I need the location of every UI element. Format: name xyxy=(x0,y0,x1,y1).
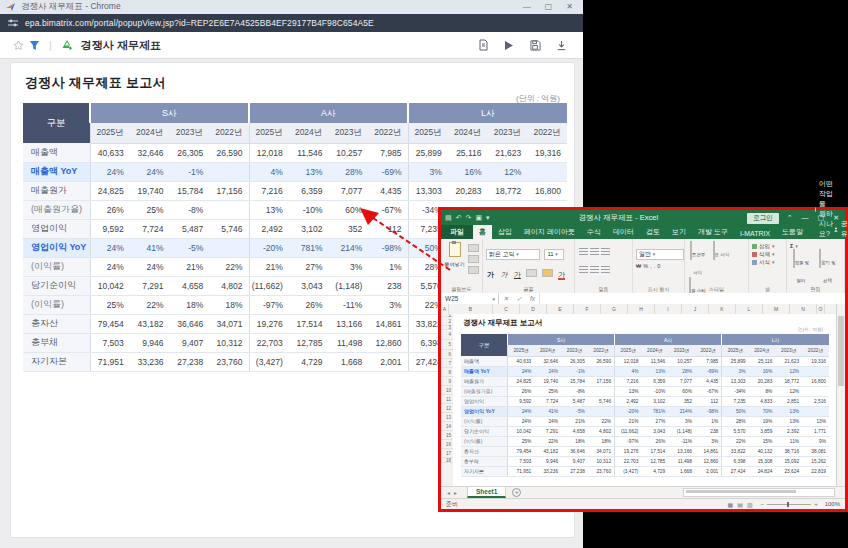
data-cell[interactable]: 4,658 xyxy=(561,426,588,436)
data-cell[interactable]: 16% xyxy=(749,366,776,376)
ribbon-tab-검토[interactable]: 검토 xyxy=(640,225,666,239)
data-cell[interactable]: 10,042 xyxy=(508,426,535,436)
vertical-scrollbar[interactable] xyxy=(836,304,845,487)
data-cell[interactable]: -11% xyxy=(668,436,695,446)
data-cell[interactable]: 19,740 xyxy=(534,376,561,386)
zoom-in-icon[interactable]: + xyxy=(814,501,818,507)
data-cell[interactable]: 9% xyxy=(802,436,829,446)
data-cell[interactable]: 16,800 xyxy=(802,376,829,386)
normal-view-icon[interactable]: ▦ xyxy=(728,501,734,508)
data-cell[interactable]: -20% xyxy=(615,406,642,416)
row-header-5[interactable]: 5 xyxy=(441,340,453,350)
data-cell[interactable]: 10,257 xyxy=(668,356,695,366)
new-sheet-icon[interactable]: + xyxy=(512,488,521,497)
data-cell[interactable]: 70% xyxy=(749,406,776,416)
column-header-N[interactable]: N xyxy=(790,304,817,314)
undo-icon[interactable]: ↶ xyxy=(456,214,462,222)
column-header-G[interactable]: G xyxy=(601,304,628,314)
data-cell[interactable]: 238 xyxy=(695,426,722,436)
align-top-icon[interactable] xyxy=(579,248,588,255)
font-name-select[interactable]: 맑은 고딕 ▾ xyxy=(486,249,540,260)
data-cell[interactable]: 26,305 xyxy=(561,356,588,366)
row-header-14[interactable]: 14 xyxy=(441,422,453,431)
data-cell[interactable]: 781% xyxy=(641,406,668,416)
data-cell[interactable]: -10% xyxy=(641,386,668,396)
data-cell[interactable]: 22% xyxy=(722,436,749,446)
data-cell[interactable]: 12,018 xyxy=(615,356,642,366)
insert-cells-button[interactable]: 삽입▾ xyxy=(752,242,783,250)
data-cell[interactable]: -5% xyxy=(561,406,588,416)
data-cell[interactable]: 6,398 xyxy=(722,456,749,466)
data-cell[interactable]: 7,216 xyxy=(615,376,642,386)
ribbon-tab-file[interactable]: 파일 xyxy=(441,225,473,239)
data-cell[interactable]: 10,312 xyxy=(588,456,615,466)
data-cell[interactable]: 13% xyxy=(641,366,668,376)
data-cell[interactable]: 27,424 xyxy=(722,466,749,476)
data-cell[interactable]: 2,851 xyxy=(775,396,802,406)
data-cell[interactable]: 28% xyxy=(722,416,749,426)
format-cells-button[interactable]: 서식▾ xyxy=(752,258,783,266)
data-cell[interactable]: 24% xyxy=(534,416,561,426)
column-header-B[interactable]: B xyxy=(449,304,493,314)
ribbon-tab-홈[interactable]: 홈 xyxy=(473,225,492,239)
page-break-view-icon[interactable]: ▥ xyxy=(747,501,753,508)
data-cell[interactable]: 24% xyxy=(534,366,561,376)
document-icon[interactable] xyxy=(475,37,491,53)
data-cell[interactable]: -97% xyxy=(615,436,642,446)
data-cell[interactable]: 4,435 xyxy=(695,376,722,386)
data-cell[interactable]: 352 xyxy=(668,396,695,406)
data-cell[interactable]: 22,819 xyxy=(802,466,829,476)
data-cell[interactable]: 214% xyxy=(668,406,695,416)
column-header-H[interactable]: H xyxy=(628,304,655,314)
data-cell[interactable]: 3,859 xyxy=(749,426,776,436)
data-cell[interactable]: 26% xyxy=(508,386,535,396)
data-cell[interactable]: 38,716 xyxy=(775,446,802,456)
paste-button[interactable]: 붙여넣기 xyxy=(444,242,465,274)
data-cell[interactable]: 13,303 xyxy=(722,376,749,386)
row-header-12[interactable]: 12 xyxy=(441,404,453,413)
data-cell[interactable]: 38,081 xyxy=(802,446,829,456)
column-header-O[interactable]: O xyxy=(817,304,825,314)
run-icon[interactable] xyxy=(501,37,517,53)
conditional-formatting-button[interactable]: 조건부 서식 xyxy=(688,242,707,278)
zoom-out-icon[interactable]: − xyxy=(761,501,765,507)
data-cell[interactable]: 6,359 xyxy=(641,376,668,386)
data-cell[interactable]: 79,454 xyxy=(508,446,535,456)
row-header-17[interactable]: 17 xyxy=(441,449,453,458)
data-cell[interactable]: 14,861 xyxy=(695,446,722,456)
data-cell[interactable]: 3% xyxy=(668,416,695,426)
row-header-8[interactable]: 8 xyxy=(441,368,453,377)
data-cell[interactable]: 7,985 xyxy=(695,356,722,366)
data-cell[interactable]: 24% xyxy=(508,366,535,376)
column-header-E[interactable]: E xyxy=(547,304,574,314)
data-cell[interactable]: (3,427) xyxy=(615,466,642,476)
align-middle-icon[interactable] xyxy=(590,248,599,255)
italic-button[interactable]: 가 xyxy=(500,271,507,278)
zoom-knob[interactable] xyxy=(787,502,789,507)
data-cell[interactable]: 19,316 xyxy=(802,356,829,366)
data-cell[interactable]: 19,276 xyxy=(615,446,642,456)
copy-icon[interactable] xyxy=(468,255,479,263)
data-cell[interactable]: -69% xyxy=(695,366,722,376)
data-cell[interactable]: 25,116 xyxy=(749,356,776,366)
data-cell[interactable]: 24,825 xyxy=(508,376,535,386)
data-cell[interactable]: 23,624 xyxy=(775,466,802,476)
data-cell[interactable]: (11,662) xyxy=(615,426,642,436)
data-cell[interactable]: 3,043 xyxy=(641,426,668,436)
sheet-grid[interactable]: 경쟁사 재무제표 보고서 (단위 : 억원) 구분S사A사L사2025년2024… xyxy=(453,314,837,487)
row-header-15[interactable]: 15 xyxy=(441,431,453,440)
column-header-C[interactable]: C xyxy=(493,304,520,314)
find-select-button[interactable]: 찾기 및 선택 xyxy=(816,250,838,286)
data-cell[interactable]: 1% xyxy=(695,416,722,426)
column-header-L[interactable]: L xyxy=(736,304,763,314)
zoom-level[interactable]: 100% xyxy=(825,501,840,507)
data-cell[interactable]: 12,785 xyxy=(641,456,668,466)
data-cell[interactable]: 25,899 xyxy=(722,356,749,366)
data-cell[interactable]: 9,946 xyxy=(534,456,561,466)
data-cell[interactable]: 43,182 xyxy=(534,446,561,456)
data-cell[interactable]: 25% xyxy=(534,386,561,396)
column-header-M[interactable]: M xyxy=(763,304,790,314)
fx-icon[interactable]: fx xyxy=(530,295,535,302)
ribbon-tab-데이터[interactable]: 데이터 xyxy=(607,225,640,239)
column-header-J[interactable]: J xyxy=(682,304,709,314)
